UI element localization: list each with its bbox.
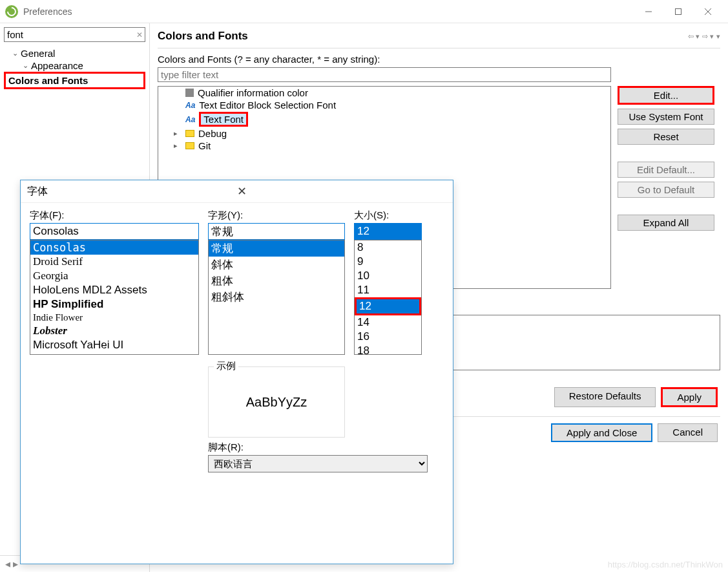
color-swatch-icon <box>185 89 194 97</box>
font-icon: Aa <box>185 101 195 110</box>
font-style-label: 字形(Y): <box>208 209 345 222</box>
apply-button[interactable]: Apply <box>661 387 718 407</box>
cancel-button[interactable]: Cancel <box>658 423 718 442</box>
search-input[interactable] <box>4 27 145 42</box>
expand-all-button[interactable]: Expand All <box>618 215 714 231</box>
font-icon: Aa <box>185 115 195 124</box>
list-item[interactable]: 8 <box>355 240 421 255</box>
list-item[interactable]: 粗体 <box>209 273 344 289</box>
tree-row-block-selection[interactable]: AaText Editor Block Selection Font <box>158 99 610 111</box>
eclipse-icon <box>5 5 18 18</box>
close-button[interactable] <box>693 2 723 21</box>
list-item[interactable]: Droid Serif <box>30 255 198 269</box>
list-item[interactable]: Indie Flower <box>30 312 198 324</box>
font-size-input[interactable] <box>354 223 422 240</box>
tree-item-colors-fonts[interactable]: Colors and Fonts <box>4 72 145 89</box>
folder-icon <box>185 130 194 137</box>
list-item[interactable]: 常规 <box>209 240 344 257</box>
list-item[interactable]: 10 <box>355 269 421 283</box>
script-label: 脚本(R): <box>208 441 428 454</box>
font-style-list[interactable]: 常规 斜体 粗体 粗斜体 <box>208 240 345 355</box>
minimize-button[interactable] <box>634 2 663 21</box>
page-title: Colors and Fonts <box>158 30 688 43</box>
list-item[interactable]: Microsoft YaHei UI <box>30 338 198 352</box>
list-item[interactable]: 斜体 <box>209 257 344 273</box>
expand-icon[interactable]: ▸ <box>174 142 182 150</box>
restore-defaults-button[interactable]: Restore Defaults <box>554 387 656 407</box>
reset-button[interactable]: Reset <box>618 129 714 145</box>
font-size-list[interactable]: 8 9 10 11 12 14 16 18 <box>354 240 422 355</box>
list-item[interactable]: 11 <box>355 283 421 297</box>
filter-input[interactable] <box>158 67 611 82</box>
go-to-default-button: Go to Default <box>618 182 714 198</box>
preview-label: 示例 <box>214 360 238 372</box>
font-style-input[interactable] <box>208 223 345 240</box>
list-item[interactable]: Consolas <box>30 240 198 255</box>
font-family-input[interactable] <box>30 223 199 240</box>
apply-and-close-button[interactable]: Apply and Close <box>551 423 652 442</box>
nav-arrows[interactable]: ⇦ ▾ ⇨ ▾ ▾ <box>688 32 720 41</box>
list-item[interactable]: 18 <box>355 344 421 355</box>
preview-sample-text: AaBbYyZz <box>246 395 307 410</box>
script-select[interactable]: 西欧语言 <box>208 455 428 472</box>
font-dialog-close-icon[interactable]: ✕ <box>233 184 447 198</box>
folder-icon <box>185 142 194 149</box>
list-item[interactable]: 粗斜体 <box>209 289 344 305</box>
list-item[interactable]: Georgia <box>30 269 198 283</box>
list-item[interactable]: HP Simplified <box>30 297 198 312</box>
clear-search-icon[interactable]: ✕ <box>136 30 143 39</box>
filter-label: Colors and Fonts (? = any character, * =… <box>158 54 720 65</box>
svg-rect-1 <box>676 8 681 14</box>
use-system-font-button[interactable]: Use System Font <box>618 109 714 125</box>
list-item[interactable]: 9 <box>355 255 421 269</box>
edit-default-button: Edit Default... <box>618 162 714 178</box>
maximize-button[interactable] <box>663 2 693 21</box>
list-item[interactable]: Lobster <box>30 324 198 338</box>
font-dialog: 字体 ✕ 字体(F): Consolas Droid Serif Georgia… <box>20 180 453 564</box>
font-family-label: 字体(F): <box>30 209 199 222</box>
list-item[interactable]: 14 <box>355 315 421 330</box>
font-size-label: 大小(S): <box>354 209 422 222</box>
tree-item-appearance[interactable]: ⌄Appearance <box>4 59 145 72</box>
tree-item-general[interactable]: ⌄General <box>4 47 145 59</box>
tree-row-debug[interactable]: ▸Debug <box>158 127 610 140</box>
edit-button[interactable]: Edit... <box>618 86 714 105</box>
font-dialog-title: 字体 <box>27 185 233 198</box>
expand-icon[interactable]: ▸ <box>174 129 182 138</box>
tree-row-text-font[interactable]: AaText Font <box>158 111 610 127</box>
list-item[interactable]: 12 <box>355 297 421 315</box>
list-item[interactable]: HoloLens MDL2 Assets <box>30 283 198 297</box>
tree-row-qualifier[interactable]: Qualifier information color <box>158 87 610 99</box>
back-icon[interactable]: ⇦ ▾ <box>688 32 700 41</box>
forward-icon[interactable]: ⇨ ▾ <box>702 32 714 41</box>
font-family-list[interactable]: Consolas Droid Serif Georgia HoloLens MD… <box>30 240 199 355</box>
titlebar: Preferences <box>0 0 728 23</box>
window-title: Preferences <box>23 6 634 17</box>
menu-icon[interactable]: ▾ <box>716 32 720 41</box>
font-preview-box: 示例 AaBbYyZz <box>208 366 345 438</box>
tree-row-git[interactable]: ▸Git <box>158 140 610 152</box>
list-item[interactable]: 16 <box>355 330 421 344</box>
